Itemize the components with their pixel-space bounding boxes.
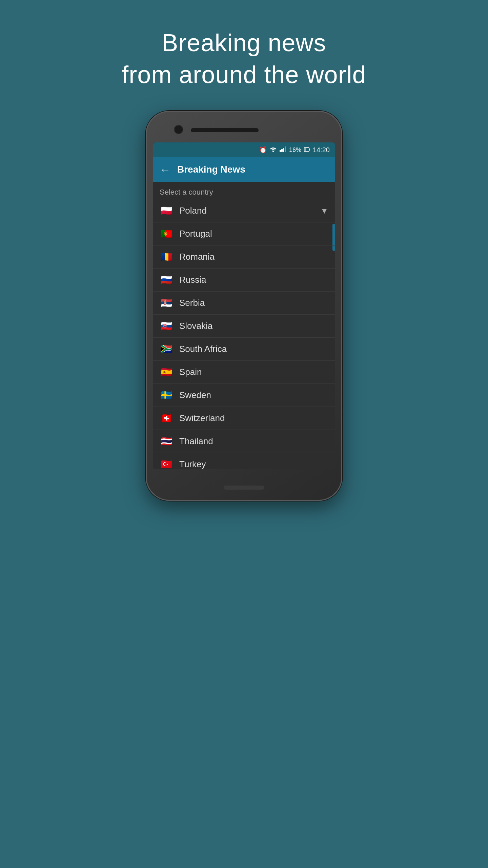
country-name: Portugal (179, 229, 328, 239)
dropdown-arrow-icon: ▼ (320, 206, 328, 216)
country-flag: 🇷🇸 (160, 298, 173, 308)
country-list: 🇵🇱Poland▼🇵🇹Portugal🇷🇴Romania🇷🇺Russia🇷🇸Se… (153, 199, 335, 469)
country-name: Turkey (179, 459, 328, 469)
list-item[interactable]: 🇸🇪Sweden (153, 384, 335, 407)
svg-rect-2 (281, 149, 283, 152)
page-background-title: Breaking news from around the world (122, 27, 366, 91)
phone-mockup: ⏰ (146, 111, 342, 501)
country-name: Switzerland (179, 413, 328, 423)
svg-rect-3 (283, 148, 284, 152)
list-item[interactable]: 🇹🇷Turkey (153, 453, 335, 469)
phone-speaker (191, 128, 259, 132)
phone-shell: ⏰ (146, 111, 342, 501)
battery-pct: 16% (289, 146, 301, 154)
wifi-icon (269, 146, 277, 154)
phone-screen: ⏰ (153, 142, 335, 469)
alarm-icon: ⏰ (259, 146, 267, 154)
phone-camera (174, 125, 183, 134)
status-time: 14:20 (313, 146, 330, 154)
country-name: Spain (179, 367, 328, 377)
svg-point-0 (272, 151, 274, 152)
app-bar: ← Breaking News (153, 157, 335, 182)
title-line2: from around the world (122, 59, 366, 91)
country-flag: 🇿🇦 (160, 344, 173, 354)
list-item[interactable]: 🇹🇭Thailand (153, 430, 335, 453)
country-name: South Africa (179, 344, 328, 354)
list-item[interactable]: 🇨🇭Switzerland (153, 407, 335, 430)
battery-icon (304, 146, 310, 154)
list-item[interactable]: 🇷🇴Romania (153, 245, 335, 269)
country-flag: 🇸🇪 (160, 391, 173, 400)
country-flag: 🇪🇸 (160, 368, 173, 377)
svg-rect-6 (309, 149, 310, 151)
phone-home-button[interactable] (224, 486, 264, 490)
country-name: Russia (179, 275, 328, 285)
status-icons: ⏰ (259, 146, 330, 154)
country-flag: 🇷🇺 (160, 275, 173, 285)
svg-rect-1 (280, 150, 281, 152)
country-name: Serbia (179, 298, 328, 308)
title-line1: Breaking news (122, 27, 366, 59)
app-bar-title: Breaking News (177, 164, 245, 175)
list-item[interactable]: 🇵🇹Portugal (153, 222, 335, 245)
svg-rect-7 (304, 148, 305, 151)
back-button[interactable]: ← (160, 163, 170, 176)
country-flag: 🇵🇹 (160, 229, 173, 239)
list-item[interactable]: 🇿🇦South Africa (153, 338, 335, 361)
list-item[interactable]: 🇷🇸Serbia (153, 292, 335, 315)
status-bar: ⏰ (153, 142, 335, 157)
country-name: Thailand (179, 436, 328, 447)
country-flag: 🇵🇱 (160, 206, 173, 216)
country-flag: 🇹🇭 (160, 437, 173, 446)
country-name: Slovakia (179, 321, 328, 331)
list-item[interactable]: 🇪🇸Spain (153, 361, 335, 384)
country-flag: 🇹🇷 (160, 460, 173, 469)
country-flag: 🇸🇰 (160, 321, 173, 331)
content-area: Select a country 🇵🇱Poland▼🇵🇹Portugal🇷🇴Ro… (153, 182, 335, 469)
list-item[interactable]: 🇸🇰Slovakia (153, 315, 335, 338)
select-country-label: Select a country (153, 182, 335, 199)
svg-rect-4 (285, 146, 286, 152)
list-item[interactable]: 🇷🇺Russia (153, 269, 335, 292)
country-name: Poland (179, 205, 314, 216)
country-flag: 🇨🇭 (160, 414, 173, 423)
list-item[interactable]: 🇵🇱Poland▼ (153, 199, 335, 222)
country-flag: 🇷🇴 (160, 252, 173, 262)
signal-icon (280, 146, 286, 154)
country-name: Sweden (179, 390, 328, 400)
country-name: Romania (179, 252, 328, 262)
country-list-container: 🇵🇱Poland▼🇵🇹Portugal🇷🇴Romania🇷🇺Russia🇷🇸Se… (153, 199, 335, 469)
